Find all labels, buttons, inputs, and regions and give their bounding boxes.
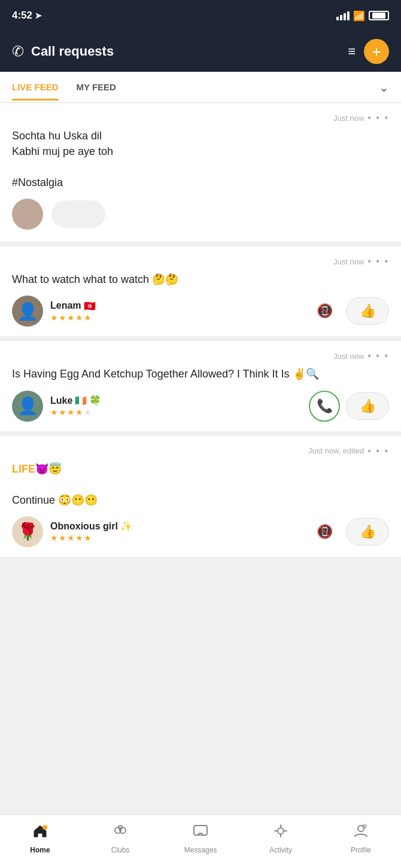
avatar: 👤 [12, 296, 43, 327]
user-row: 🌹 Obnoxious girl ✨ ★★★★★ 📵 👍 [12, 516, 389, 547]
chevron-down-icon[interactable]: ⌄ [379, 80, 389, 95]
filter-icon[interactable]: ≡ [348, 44, 356, 59]
call-button[interactable]: 📞 [309, 391, 340, 422]
nav-label-home: Home [30, 846, 50, 854]
locked-call-button[interactable]: 📵 [309, 296, 340, 327]
nav-label-clubs: Clubs [111, 846, 130, 854]
user-left: 🌹 Obnoxious girl ✨ ★★★★★ [12, 516, 132, 547]
clubs-icon [112, 823, 129, 843]
status-icons: 📶 [336, 10, 389, 22]
avatar: 🌹 [12, 516, 43, 547]
user-info: Obnoxious girl ✨ ★★★★★ [50, 520, 132, 543]
signal-icon [336, 11, 350, 20]
action-pill [51, 200, 105, 228]
home-icon [32, 823, 48, 843]
nav-item-activity[interactable]: Activity [241, 815, 321, 862]
user-actions: 📵 👍 [309, 296, 389, 327]
card-obnoxious-girl: Just now, edited • • • LIFE😈😇 Continue 😳… [0, 436, 401, 557]
user-name: Obnoxious girl ✨ [50, 520, 132, 532]
like-button[interactable]: 👍 [346, 518, 389, 546]
life-label: LIFE [12, 463, 35, 475]
page-title: Call requests [31, 44, 114, 59]
user-name: Luke 🇮🇪 🍀 [50, 395, 101, 406]
card-text: Sochta hu Uska dil Kabhi muj pe aye toh … [12, 128, 389, 190]
flag-icon: 🇹🇳 [84, 300, 96, 312]
wifi-icon: 📶 [353, 10, 365, 22]
user-name: Lenam 🇹🇳 [50, 300, 96, 312]
avatar [12, 199, 43, 230]
header-right: ≡ + [348, 39, 389, 64]
battery-icon [369, 11, 389, 20]
status-time: 4:52 ➤ [12, 10, 42, 22]
phone-lock-icon: 📵 [317, 303, 333, 319]
like-button[interactable]: 👍 [346, 392, 389, 420]
locked-call-button[interactable]: 📵 [309, 516, 340, 547]
more-options-icon[interactable]: • • • [367, 256, 389, 267]
stars: ★★★★★ [50, 313, 96, 322]
feed: Just now • • • Sochta hu Uska dil Kabhi … [0, 103, 401, 622]
nav-item-home[interactable]: Home [0, 815, 80, 862]
user-info: Luke 🇮🇪 🍀 ★★★★★ [50, 395, 101, 417]
nav-label-profile: Profile [351, 846, 371, 854]
card-time: Just now [333, 257, 364, 266]
svg-point-0 [42, 825, 47, 830]
messages-icon [192, 823, 209, 843]
status-bar: 4:52 ➤ 📶 [0, 0, 401, 31]
phone-lock-icon: 📵 [317, 524, 333, 540]
card-text: LIFE😈😇 Continue 😳😶😶 [12, 461, 389, 508]
card-meta: Just now • • • [12, 351, 389, 361]
header: ✆ Call requests ≡ + [0, 31, 401, 72]
svg-point-3 [119, 826, 122, 829]
nav-item-clubs[interactable]: Clubs [80, 815, 160, 862]
nav-item-profile[interactable]: Profile [321, 815, 401, 862]
stars: ★★★★★ [50, 533, 132, 543]
avatar: 👤 [12, 391, 43, 422]
card-time: Just now, edited [308, 446, 364, 455]
user-actions: 📵 👍 [309, 516, 389, 547]
tabs-container: LIVE FEED MY FEED ⌄ [0, 72, 401, 103]
svg-point-5 [278, 828, 284, 834]
time-label: 4:52 [12, 10, 32, 22]
phone-icon: 📞 [317, 398, 333, 414]
more-options-icon[interactable]: • • • [367, 112, 389, 123]
like-button[interactable]: 👍 [346, 297, 389, 325]
thumbs-up-icon: 👍 [360, 398, 376, 414]
header-left: ✆ Call requests [12, 43, 114, 60]
nav-label-activity: Activity [269, 846, 292, 854]
partial-bottom [12, 199, 389, 230]
card-luke: Just now • • • Is Having Egg And Ketchup… [0, 341, 401, 431]
user-info: Lenam 🇹🇳 ★★★★★ [50, 300, 96, 322]
profile-icon [353, 823, 369, 843]
card-meta: Just now • • • [12, 112, 389, 123]
bottom-nav: Home Clubs Messages [0, 814, 401, 868]
shamrock-icon: 🍀 [89, 395, 101, 406]
card-nostalgia: Just now • • • Sochta hu Uska dil Kabhi … [0, 103, 401, 242]
location-arrow-icon: ➤ [35, 11, 42, 20]
tab-live-feed[interactable]: LIVE FEED [12, 74, 59, 100]
thumbs-up-icon: 👍 [360, 303, 376, 319]
more-options-icon[interactable]: • • • [367, 351, 389, 361]
user-row: 👤 Luke 🇮🇪 🍀 ★★★★★ 📞 [12, 391, 389, 422]
card-time: Just now [333, 352, 364, 361]
card-text: What to watch what to watch 🤔🤔 [12, 272, 389, 287]
card-meta: Just now, edited • • • [12, 446, 389, 456]
sparkles-icon: ✨ [120, 520, 132, 532]
nav-label-messages: Messages [184, 846, 217, 854]
nav-item-messages[interactable]: Messages [160, 815, 241, 862]
flag-icon: 🇮🇪 [75, 395, 87, 406]
card-lenam: Just now • • • What to watch what to wat… [0, 246, 401, 336]
card-meta: Just now • • • [12, 256, 389, 267]
stars: ★★★★★ [50, 407, 101, 417]
user-left: 👤 Lenam 🇹🇳 ★★★★★ [12, 296, 96, 327]
phone-icon: ✆ [12, 43, 24, 60]
more-options-icon[interactable]: • • • [367, 446, 389, 456]
add-button[interactable]: + [364, 39, 389, 64]
user-row: 👤 Lenam 🇹🇳 ★★★★★ 📵 👍 [12, 296, 389, 327]
user-actions: 📞 👍 [309, 391, 389, 422]
card-text: Is Having Egg And Ketchup Together Allow… [12, 366, 389, 382]
thumbs-up-icon: 👍 [360, 524, 376, 540]
svg-point-7 [362, 824, 367, 829]
card-time: Just now [333, 114, 364, 123]
user-left: 👤 Luke 🇮🇪 🍀 ★★★★★ [12, 391, 101, 422]
tab-my-feed[interactable]: MY FEED [77, 74, 116, 100]
